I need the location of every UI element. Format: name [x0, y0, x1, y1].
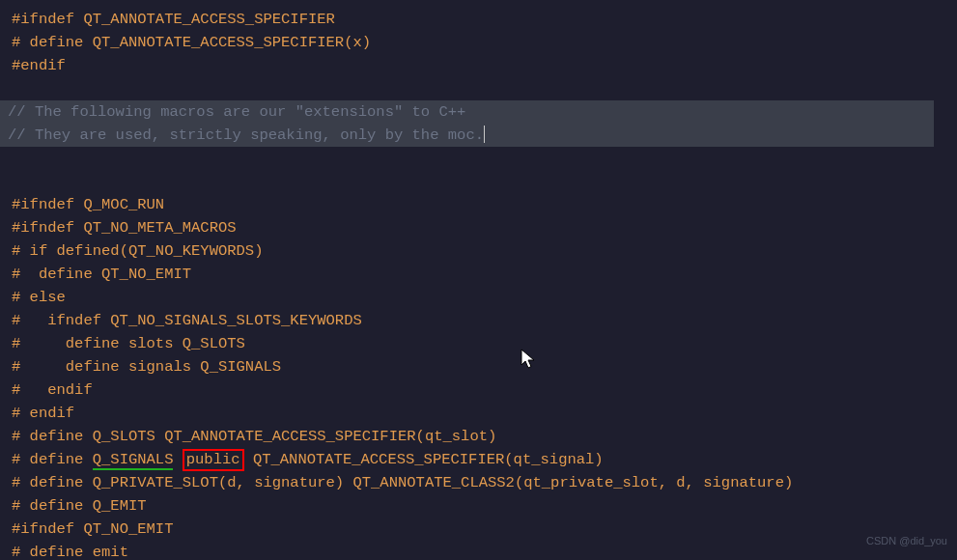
code-text [83, 451, 92, 468]
code-line: # define [12, 428, 83, 445]
code-text: signals Q_SIGNALS [120, 358, 281, 376]
code-text: Q_EMIT [83, 497, 146, 515]
code-text: Q_MOC_RUN [74, 196, 164, 213]
code-line: # define [12, 474, 83, 491]
code-line: # define [12, 266, 93, 283]
code-line: # define [12, 544, 83, 560]
code-line: #ifndef [12, 11, 74, 28]
highlight-wrapper: // The following macros are our "extensi… [0, 100, 934, 147]
code-text: slots Q_SLOTS [120, 335, 245, 352]
q-signals-underlined: Q_SIGNALS [93, 451, 174, 470]
code-text: defined(QT_NO_KEYWORDS) [47, 242, 263, 260]
code-text [83, 544, 92, 560]
code-line: # define [12, 497, 83, 515]
code-text [173, 451, 182, 468]
code-text: Q_SLOTS QT_ANNOTATE_ACCESS_SPECIFIER(qt_… [83, 428, 496, 445]
code-text: QT_NO_EMIT [74, 520, 173, 538]
code-text: QT_NO_META_MACROS [74, 219, 236, 237]
code-line: # else [12, 289, 66, 306]
code-line: # define [12, 451, 83, 468]
code-line: # ifndef [12, 312, 101, 329]
code-line: #ifndef [12, 520, 74, 538]
code-line: # define [12, 335, 120, 352]
code-text: Q_PRIVATE_SLOT(d, signature) QT_ANNOTATE… [83, 474, 793, 491]
code-line: # define [12, 358, 120, 376]
code-line: # if [12, 242, 47, 260]
code-text: QT_ANNOTATE_ACCESS_SPECIFIER [74, 11, 335, 28]
code-line: # endif [12, 381, 93, 399]
code-line: #ifndef [12, 219, 74, 237]
comment-line: // The following macros are our "extensi… [8, 103, 465, 121]
code-line: # endif [12, 405, 74, 422]
code-text: QT_ANNOTATE_ACCESS_SPECIFIER(x) [83, 34, 371, 51]
code-line: #endif [12, 57, 66, 74]
code-text: QT_NO_EMIT [93, 266, 191, 283]
code-line: #ifndef [12, 196, 74, 213]
code-text: QT_ANNOTATE_ACCESS_SPECIFIER(qt_signal) [244, 451, 604, 468]
emit-underlined: emit [93, 544, 128, 560]
comment-line: // They are used, strictly speaking, onl… [8, 126, 484, 144]
watermark: CSDN @did_you [866, 529, 947, 552]
code-text: QT_NO_SIGNALS_SLOTS_KEYWORDS [101, 312, 362, 329]
code-line: # define [12, 34, 83, 51]
code-block: #ifndef QT_ANNOTATE_ACCESS_SPECIFIER # d… [12, 8, 945, 560]
text-cursor [484, 126, 486, 143]
public-boxed: public [183, 449, 244, 471]
